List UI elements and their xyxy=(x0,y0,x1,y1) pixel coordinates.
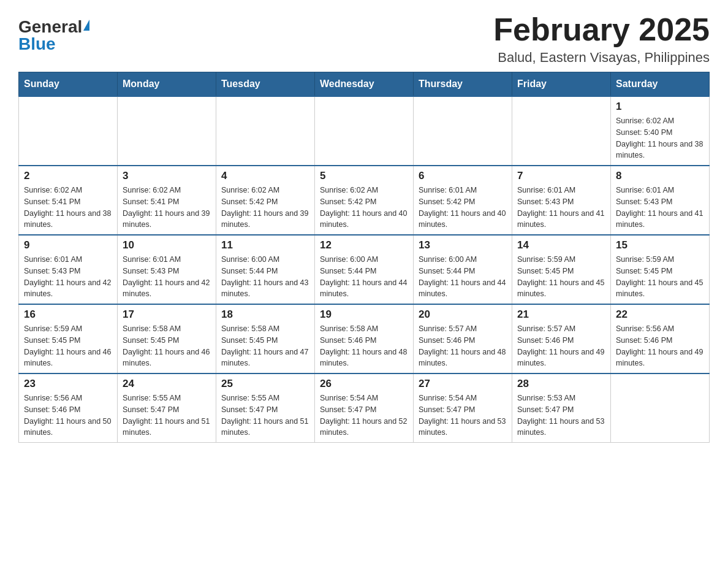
day-info: Sunrise: 5:55 AMSunset: 5:47 PMDaylight:… xyxy=(123,393,211,439)
table-row xyxy=(512,96,611,166)
calendar-week-row: 23Sunrise: 5:56 AMSunset: 5:46 PMDayligh… xyxy=(19,373,710,443)
day-number: 9 xyxy=(24,239,112,251)
day-number: 27 xyxy=(419,378,507,390)
day-info: Sunrise: 6:00 AMSunset: 5:44 PMDaylight:… xyxy=(320,254,408,300)
table-row: 14Sunrise: 5:59 AMSunset: 5:45 PMDayligh… xyxy=(512,235,611,304)
table-row: 6Sunrise: 6:01 AMSunset: 5:42 PMDaylight… xyxy=(414,166,512,235)
day-info: Sunrise: 6:02 AMSunset: 5:41 PMDaylight:… xyxy=(123,185,211,231)
day-info: Sunrise: 5:59 AMSunset: 5:45 PMDaylight:… xyxy=(616,254,704,300)
day-number: 18 xyxy=(221,308,309,321)
day-info: Sunrise: 5:54 AMSunset: 5:47 PMDaylight:… xyxy=(419,393,507,439)
table-row: 17Sunrise: 5:58 AMSunset: 5:45 PMDayligh… xyxy=(118,304,216,373)
table-row xyxy=(315,96,414,166)
day-info: Sunrise: 5:59 AMSunset: 5:45 PMDaylight:… xyxy=(517,254,605,300)
day-info: Sunrise: 5:54 AMSunset: 5:47 PMDaylight:… xyxy=(320,393,408,439)
table-row: 8Sunrise: 6:01 AMSunset: 5:43 PMDaylight… xyxy=(611,166,710,235)
header-saturday: Saturday xyxy=(611,72,710,97)
day-info: Sunrise: 5:57 AMSunset: 5:46 PMDaylight:… xyxy=(419,323,507,369)
day-info: Sunrise: 6:01 AMSunset: 5:43 PMDaylight:… xyxy=(517,185,605,231)
logo-blue-text: Blue xyxy=(18,36,89,53)
day-number: 25 xyxy=(221,378,309,390)
day-number: 8 xyxy=(616,170,704,182)
day-info: Sunrise: 6:02 AMSunset: 5:40 PMDaylight:… xyxy=(616,115,704,161)
day-number: 10 xyxy=(123,239,211,251)
calendar-table: Sunday Monday Tuesday Wednesday Thursday… xyxy=(18,72,710,443)
day-number: 7 xyxy=(517,170,605,182)
day-number: 23 xyxy=(24,378,112,390)
table-row: 10Sunrise: 6:01 AMSunset: 5:43 PMDayligh… xyxy=(118,235,216,304)
day-number: 24 xyxy=(123,378,211,390)
table-row: 15Sunrise: 5:59 AMSunset: 5:45 PMDayligh… xyxy=(611,235,710,304)
logo: General Blue xyxy=(18,12,89,53)
day-number: 6 xyxy=(419,170,507,182)
day-number: 28 xyxy=(517,378,605,390)
day-number: 16 xyxy=(24,308,112,321)
table-row xyxy=(118,96,216,166)
table-row: 23Sunrise: 5:56 AMSunset: 5:46 PMDayligh… xyxy=(19,373,118,443)
table-row: 1Sunrise: 6:02 AMSunset: 5:40 PMDaylight… xyxy=(611,96,710,166)
logo-triangle-icon xyxy=(83,20,89,31)
table-row: 4Sunrise: 6:02 AMSunset: 5:42 PMDaylight… xyxy=(216,166,315,235)
month-year-title: February 2025 xyxy=(493,12,710,47)
table-row xyxy=(611,373,710,443)
day-info: Sunrise: 6:02 AMSunset: 5:41 PMDaylight:… xyxy=(24,185,112,231)
day-number: 11 xyxy=(221,239,309,251)
day-number: 3 xyxy=(123,170,211,182)
table-row: 24Sunrise: 5:55 AMSunset: 5:47 PMDayligh… xyxy=(118,373,216,443)
logo-general-text: General xyxy=(18,18,82,36)
day-info: Sunrise: 6:02 AMSunset: 5:42 PMDaylight:… xyxy=(221,185,309,231)
table-row: 3Sunrise: 6:02 AMSunset: 5:41 PMDaylight… xyxy=(118,166,216,235)
day-number: 21 xyxy=(517,308,605,321)
header-friday: Friday xyxy=(512,72,611,97)
table-row: 7Sunrise: 6:01 AMSunset: 5:43 PMDaylight… xyxy=(512,166,611,235)
table-row: 9Sunrise: 6:01 AMSunset: 5:43 PMDaylight… xyxy=(19,235,118,304)
day-number: 17 xyxy=(123,308,211,321)
table-row: 11Sunrise: 6:00 AMSunset: 5:44 PMDayligh… xyxy=(216,235,315,304)
table-row: 26Sunrise: 5:54 AMSunset: 5:47 PMDayligh… xyxy=(315,373,414,443)
day-info: Sunrise: 6:00 AMSunset: 5:44 PMDaylight:… xyxy=(419,254,507,300)
header-wednesday: Wednesday xyxy=(315,72,414,97)
day-info: Sunrise: 6:00 AMSunset: 5:44 PMDaylight:… xyxy=(221,254,309,300)
calendar-week-row: 1Sunrise: 6:02 AMSunset: 5:40 PMDaylight… xyxy=(19,96,710,166)
calendar-week-row: 16Sunrise: 5:59 AMSunset: 5:45 PMDayligh… xyxy=(19,304,710,373)
header-tuesday: Tuesday xyxy=(216,72,315,97)
day-info: Sunrise: 5:58 AMSunset: 5:45 PMDaylight:… xyxy=(123,323,211,369)
day-number: 22 xyxy=(616,308,704,321)
day-info: Sunrise: 5:58 AMSunset: 5:46 PMDaylight:… xyxy=(320,323,408,369)
header-sunday: Sunday xyxy=(19,72,118,97)
day-info: Sunrise: 6:02 AMSunset: 5:42 PMDaylight:… xyxy=(320,185,408,231)
table-row: 16Sunrise: 5:59 AMSunset: 5:45 PMDayligh… xyxy=(19,304,118,373)
day-info: Sunrise: 6:01 AMSunset: 5:43 PMDaylight:… xyxy=(616,185,704,231)
day-number: 12 xyxy=(320,239,408,251)
day-number: 13 xyxy=(419,239,507,251)
day-info: Sunrise: 5:53 AMSunset: 5:47 PMDaylight:… xyxy=(517,393,605,439)
table-row xyxy=(414,96,512,166)
day-number: 4 xyxy=(221,170,309,182)
day-info: Sunrise: 6:01 AMSunset: 5:43 PMDaylight:… xyxy=(24,254,112,300)
table-row: 2Sunrise: 6:02 AMSunset: 5:41 PMDaylight… xyxy=(19,166,118,235)
table-row xyxy=(216,96,315,166)
day-info: Sunrise: 5:59 AMSunset: 5:45 PMDaylight:… xyxy=(24,323,112,369)
day-number: 26 xyxy=(320,378,408,390)
day-info: Sunrise: 5:57 AMSunset: 5:46 PMDaylight:… xyxy=(517,323,605,369)
header-thursday: Thursday xyxy=(414,72,512,97)
day-number: 2 xyxy=(24,170,112,182)
day-number: 5 xyxy=(320,170,408,182)
day-info: Sunrise: 6:01 AMSunset: 5:43 PMDaylight:… xyxy=(123,254,211,300)
table-row: 27Sunrise: 5:54 AMSunset: 5:47 PMDayligh… xyxy=(414,373,512,443)
table-row: 25Sunrise: 5:55 AMSunset: 5:47 PMDayligh… xyxy=(216,373,315,443)
calendar-week-row: 2Sunrise: 6:02 AMSunset: 5:41 PMDaylight… xyxy=(19,166,710,235)
day-number: 19 xyxy=(320,308,408,321)
table-row: 18Sunrise: 5:58 AMSunset: 5:45 PMDayligh… xyxy=(216,304,315,373)
day-number: 14 xyxy=(517,239,605,251)
day-number: 15 xyxy=(616,239,704,251)
day-number: 20 xyxy=(419,308,507,321)
calendar-week-row: 9Sunrise: 6:01 AMSunset: 5:43 PMDaylight… xyxy=(19,235,710,304)
table-row: 5Sunrise: 6:02 AMSunset: 5:42 PMDaylight… xyxy=(315,166,414,235)
table-row xyxy=(19,96,118,166)
day-info: Sunrise: 6:01 AMSunset: 5:42 PMDaylight:… xyxy=(419,185,507,231)
day-info: Sunrise: 5:56 AMSunset: 5:46 PMDaylight:… xyxy=(616,323,704,369)
table-row: 22Sunrise: 5:56 AMSunset: 5:46 PMDayligh… xyxy=(611,304,710,373)
table-row: 21Sunrise: 5:57 AMSunset: 5:46 PMDayligh… xyxy=(512,304,611,373)
table-row: 12Sunrise: 6:00 AMSunset: 5:44 PMDayligh… xyxy=(315,235,414,304)
